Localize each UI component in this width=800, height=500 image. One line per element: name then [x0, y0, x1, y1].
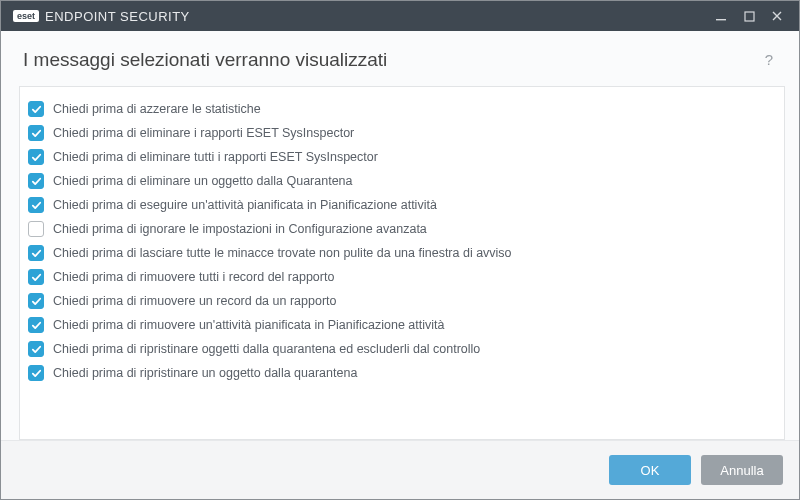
dialog-window: eset ENDPOINT SECURITY I messaggi selezi… [0, 0, 800, 500]
page-title: I messaggi selezionati verranno visualiz… [23, 49, 761, 71]
ok-button[interactable]: OK [609, 455, 691, 485]
help-button[interactable]: ? [761, 47, 777, 72]
list-item-label: Chiedi prima di ignorare le impostazioni… [53, 222, 427, 236]
list-item: Chiedi prima di lasciare tutte le minacc… [24, 241, 774, 265]
brand-logo: eset [13, 10, 39, 22]
maximize-button[interactable] [735, 2, 763, 30]
list-item-label: Chiedi prima di azzerare le statistiche [53, 102, 261, 116]
close-icon [771, 10, 783, 22]
footer: OK Annulla [1, 440, 799, 499]
list-item-label: Chiedi prima di lasciare tutte le minacc… [53, 246, 512, 260]
list-container: Chiedi prima di azzerare le statisticheC… [19, 86, 785, 440]
maximize-icon [744, 11, 755, 22]
list-item-label: Chiedi prima di rimuovere un record da u… [53, 294, 336, 308]
minimize-button[interactable] [707, 2, 735, 30]
message-list[interactable]: Chiedi prima di azzerare le statisticheC… [20, 87, 784, 439]
cancel-button[interactable]: Annulla [701, 455, 783, 485]
svg-rect-0 [716, 19, 726, 20]
list-item-label: Chiedi prima di rimuovere tutti i record… [53, 270, 334, 284]
titlebar: eset ENDPOINT SECURITY [1, 1, 799, 31]
list-item-label: Chiedi prima di eseguire un'attività pia… [53, 198, 437, 212]
list-item: Chiedi prima di rimuovere un'attività pi… [24, 313, 774, 337]
list-item-label: Chiedi prima di eliminare tutti i rappor… [53, 150, 378, 164]
list-item: Chiedi prima di rimuovere tutti i record… [24, 265, 774, 289]
list-item: Chiedi prima di eliminare i rapporti ESE… [24, 121, 774, 145]
list-item: Chiedi prima di ripristinare oggetti dal… [24, 337, 774, 361]
checkbox[interactable] [28, 245, 44, 261]
checkbox[interactable] [28, 341, 44, 357]
checkbox[interactable] [28, 125, 44, 141]
checkbox[interactable] [28, 269, 44, 285]
content-header: I messaggi selezionati verranno visualiz… [1, 31, 799, 86]
list-item: Chiedi prima di rimuovere un record da u… [24, 289, 774, 313]
list-item: Chiedi prima di eseguire un'attività pia… [24, 193, 774, 217]
checkbox[interactable] [28, 365, 44, 381]
minimize-icon [715, 10, 727, 22]
list-item: Chiedi prima di ripristinare un oggetto … [24, 361, 774, 385]
list-item-label: Chiedi prima di ripristinare oggetti dal… [53, 342, 480, 356]
checkbox[interactable] [28, 149, 44, 165]
list-item-label: Chiedi prima di eliminare un oggetto dal… [53, 174, 353, 188]
checkbox[interactable] [28, 293, 44, 309]
brand: eset ENDPOINT SECURITY [13, 9, 190, 24]
list-item-label: Chiedi prima di rimuovere un'attività pi… [53, 318, 444, 332]
checkbox[interactable] [28, 101, 44, 117]
list-item: Chiedi prima di eliminare un oggetto dal… [24, 169, 774, 193]
list-item: Chiedi prima di eliminare tutti i rappor… [24, 145, 774, 169]
checkbox[interactable] [28, 197, 44, 213]
checkbox[interactable] [28, 173, 44, 189]
svg-rect-1 [745, 12, 754, 21]
list-item: Chiedi prima di ignorare le impostazioni… [24, 217, 774, 241]
brand-text: ENDPOINT SECURITY [45, 9, 190, 24]
list-item: Chiedi prima di azzerare le statistiche [24, 97, 774, 121]
checkbox[interactable] [28, 317, 44, 333]
list-item-label: Chiedi prima di ripristinare un oggetto … [53, 366, 357, 380]
close-button[interactable] [763, 2, 791, 30]
checkbox[interactable] [28, 221, 44, 237]
list-item-label: Chiedi prima di eliminare i rapporti ESE… [53, 126, 354, 140]
